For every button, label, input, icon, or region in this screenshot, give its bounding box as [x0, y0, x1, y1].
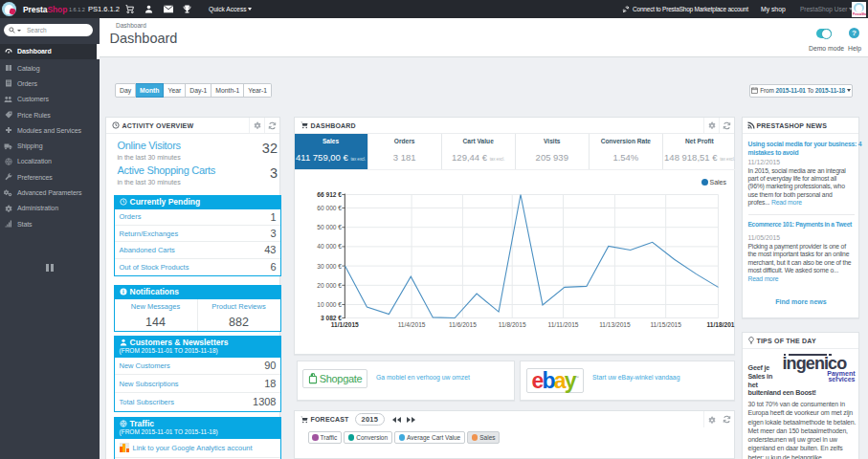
svg-text:11/13/2015: 11/13/2015 — [599, 321, 631, 328]
svg-text:11/15/2015: 11/15/2015 — [650, 321, 681, 328]
svg-text:30 000 €: 30 000 € — [317, 262, 342, 269]
svg-text:20 000 €: 20 000 € — [317, 281, 342, 288]
svg-text:60 000 €: 60 000 € — [317, 205, 342, 211]
svg-text:3 082 €: 3 082 € — [321, 315, 342, 321]
svg-text:10 000 €: 10 000 € — [317, 301, 342, 308]
svg-text:11/1/2015: 11/1/2015 — [330, 321, 358, 328]
svg-text:11/8/2015: 11/8/2015 — [498, 321, 525, 328]
svg-text:11/11/2015: 11/11/2015 — [547, 321, 578, 328]
svg-text:40 000 €: 40 000 € — [317, 243, 342, 250]
svg-text:50 000 €: 50 000 € — [317, 224, 342, 230]
svg-text:66 912 €: 66 912 € — [317, 191, 342, 198]
svg-text:11/4/2015: 11/4/2015 — [397, 321, 425, 328]
svg-text:11/18/201: 11/18/201 — [706, 321, 734, 328]
svg-text:11/6/2015: 11/6/2015 — [448, 321, 476, 328]
